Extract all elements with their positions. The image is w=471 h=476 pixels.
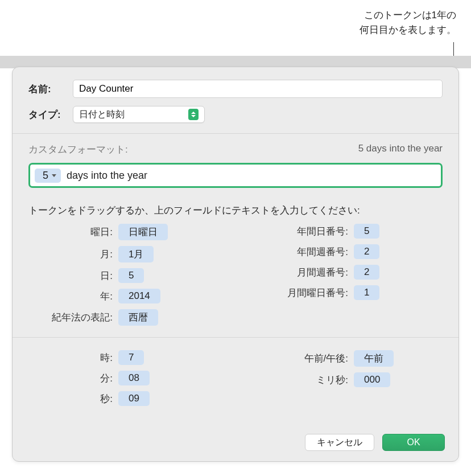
callout-text: このトークンは1年の 何日目かを表します。 — [360, 8, 456, 38]
callout-line-2: 何日目かを表します。 — [360, 23, 456, 38]
date-tokens-left: 曜日:日曜日 月:1月 日:5 年:2014 紀年法の表記:西暦 — [28, 224, 224, 331]
token-row: 月間週番号:2 — [247, 265, 443, 280]
token-label: 曜日: — [28, 225, 113, 239]
token-week-of-month[interactable]: 2 — [354, 265, 379, 280]
token-row: ミリ秒:000 — [247, 372, 443, 387]
token-weekday-of-month[interactable]: 1 — [354, 285, 379, 300]
token-row: 分:08 — [28, 371, 224, 385]
token-second[interactable]: 09 — [118, 391, 150, 406]
token-label: 午前/午後: — [247, 352, 348, 365]
token-row: 年間週番号:2 — [247, 244, 443, 259]
cancel-button[interactable]: キャンセル — [305, 434, 374, 451]
chevron-down-icon — [52, 174, 56, 177]
date-tokens-right: 年間日番号:5 年間週番号:2 月間週番号:2 月間曜日番号:1 — [247, 224, 443, 331]
time-tokens-right: 午前/午後:午前 ミリ秒:000 — [247, 350, 443, 412]
time-token-grid: 時:7 分:08 秒:09 午前/午後:午前 ミリ秒:000 — [13, 341, 458, 412]
token-label: 紀年法の表記: — [28, 311, 113, 324]
custom-format-preview: 5 days into the year — [358, 143, 443, 156]
token-row: 秒:09 — [28, 391, 224, 406]
token-millisecond[interactable]: 000 — [354, 372, 390, 387]
divider — [13, 337, 458, 338]
token-day[interactable]: 5 — [118, 268, 144, 283]
name-input[interactable] — [73, 80, 443, 98]
chevron-updown-icon — [188, 109, 199, 120]
format-token-day-of-year[interactable]: 5 — [35, 169, 61, 183]
token-week-of-year[interactable]: 2 — [354, 244, 379, 259]
token-label: ミリ秒: — [247, 374, 348, 387]
token-weekday[interactable]: 日曜日 — [118, 224, 168, 240]
dialog-footer: キャンセル OK — [305, 434, 445, 451]
date-token-grid: 曜日:日曜日 月:1月 日:5 年:2014 紀年法の表記:西暦 年間日番号:5… — [13, 224, 458, 331]
token-minute[interactable]: 08 — [118, 371, 150, 385]
ok-button[interactable]: OK — [382, 434, 445, 451]
token-year[interactable]: 2014 — [118, 289, 160, 303]
token-row: 紀年法の表記:西暦 — [28, 309, 224, 326]
token-label: 秒: — [28, 392, 113, 405]
type-select[interactable]: 日付と時刻 — [73, 106, 205, 123]
name-label: 名前: — [28, 83, 73, 96]
token-row: 月間曜日番号:1 — [247, 285, 443, 300]
custom-format-header: カスタムフォーマット: 5 days into the year — [13, 134, 458, 161]
token-label: 月間曜日番号: — [247, 286, 348, 299]
token-label: 日: — [28, 269, 113, 282]
drag-hint-text: トークンをドラッグするか、上のフィールドにテキストを入力してください: — [13, 188, 458, 224]
type-select-value: 日付と時刻 — [79, 109, 188, 121]
token-month[interactable]: 1月 — [118, 246, 154, 262]
format-literal-text: days into the year — [67, 170, 147, 182]
custom-format-label: カスタムフォーマット: — [28, 143, 128, 156]
type-label: タイプ: — [28, 108, 73, 121]
token-label: 年間日番号: — [247, 225, 348, 238]
token-row: 曜日:日曜日 — [28, 224, 224, 240]
token-row: 年間日番号:5 — [247, 224, 443, 239]
token-ampm[interactable]: 午前 — [354, 350, 394, 367]
type-row: タイプ: 日付と時刻 — [13, 106, 458, 123]
token-era[interactable]: 西暦 — [118, 309, 158, 326]
token-label: 年: — [28, 290, 113, 303]
token-label: 月間週番号: — [247, 266, 348, 279]
token-row: 月:1月 — [28, 246, 224, 262]
token-label: 年間週番号: — [247, 245, 348, 258]
token-row: 午前/午後:午前 — [247, 350, 443, 367]
token-hour[interactable]: 7 — [118, 350, 144, 365]
custom-format-dialog: 名前: タイプ: 日付と時刻 カスタムフォーマット: 5 days into t… — [12, 67, 459, 462]
token-row: 時:7 — [28, 350, 224, 365]
token-label: 分: — [28, 372, 113, 385]
token-row: 年:2014 — [28, 289, 224, 303]
token-day-of-year[interactable]: 5 — [354, 224, 379, 239]
custom-format-field[interactable]: 5 days into the year — [28, 163, 443, 188]
token-label: 時: — [28, 351, 113, 364]
name-row: 名前: — [13, 80, 458, 98]
callout-line-1: このトークンは1年の — [360, 8, 456, 23]
token-row: 日:5 — [28, 268, 224, 283]
time-tokens-left: 時:7 分:08 秒:09 — [28, 350, 224, 412]
token-label: 月: — [28, 248, 113, 261]
format-token-value: 5 — [43, 170, 48, 182]
